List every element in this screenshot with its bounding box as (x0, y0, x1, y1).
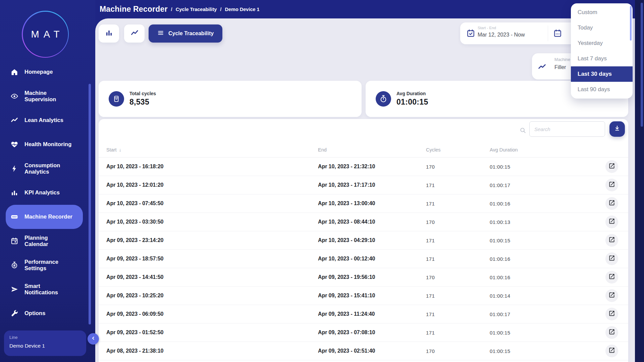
date-range-option-custom[interactable]: Custom (571, 5, 633, 20)
sidebar-item-consumption-analytics[interactable]: Consumption Analytics (6, 157, 83, 181)
cell-cycles: 171 (426, 330, 490, 336)
launch-icon (608, 163, 615, 171)
line-chart-icon (130, 28, 139, 39)
cell-start: Apr 09, 2023 - 14:41:50 (106, 274, 318, 280)
avg-duration-value: 01:00:15 (396, 98, 428, 107)
divider (548, 25, 548, 41)
cell-cycles: 171 (426, 311, 490, 317)
column-header-avg-duration[interactable]: Avg Duration (490, 147, 591, 153)
launch-icon (608, 236, 615, 244)
search-icon (519, 127, 527, 134)
column-header-start[interactable]: Start↓ (106, 147, 318, 153)
sidebar-collapse-button[interactable] (88, 333, 99, 345)
stopwatch-icon (376, 91, 391, 107)
line-chart-view-button[interactable] (124, 24, 145, 43)
date-range-option-today[interactable]: Today (571, 20, 633, 36)
sort-desc-icon: ↓ (119, 147, 121, 153)
cell-cycles: 171 (426, 293, 490, 299)
cell-end: Apr 10, 2023 - 04:29:10 (318, 237, 426, 243)
sidebar-scrollbar-thumb[interactable] (89, 84, 91, 324)
open-record-button[interactable] (605, 326, 618, 339)
cell-cycles: 171 (426, 201, 490, 206)
machine-filter-value: Filler (554, 64, 566, 70)
breadcrumb-separator: / (171, 6, 172, 12)
sidebar-item-machine-recorder[interactable]: Machine Recorder (6, 205, 83, 229)
recorder-icon (10, 213, 19, 221)
date-range-option-last-30-days[interactable]: Last 30 days (571, 66, 633, 82)
calendar-preset-icon[interactable] (553, 29, 562, 38)
cell-avg: 01:00:14 (490, 293, 591, 299)
table-header: Start↓ End Cycles Avg Duration (99, 142, 628, 158)
calendar-icon (10, 237, 19, 245)
cell-start: Apr 09, 2023 - 23:14:20 (106, 237, 318, 243)
column-header-end[interactable]: End (318, 147, 426, 153)
page-scrollbar[interactable] (635, 0, 644, 362)
date-range-picker[interactable]: Start - End Mar 12, 2023 - Now (460, 22, 578, 44)
cell-start: Apr 10, 2023 - 03:30:50 (106, 219, 318, 225)
table-row: Apr 10, 2023 - 03:30:50 Apr 10, 2023 - 0… (99, 213, 628, 231)
sidebar-item-planning-calendar[interactable]: Planning Calendar (6, 229, 83, 253)
cell-avg: 01:00:16 (490, 201, 591, 206)
cell-start: Apr 09, 2023 - 01:52:50 (106, 329, 318, 336)
sidebar-nav: Homepage Machine Supervision Lean Analyt… (0, 60, 95, 325)
table-row: Apr 10, 2023 - 12:01:20 Apr 10, 2023 - 1… (99, 176, 628, 194)
machine-filter-label: Machine (554, 57, 570, 62)
date-range-option-last-90-days[interactable]: Last 90 days (571, 82, 633, 97)
table-row: Apr 08, 2023 - 21:38:10 Apr 09, 2023 - 0… (99, 342, 628, 360)
sidebar-item-kpi-analytics[interactable]: KPI Analytics (6, 181, 83, 205)
sidebar-item-label: Options (24, 310, 45, 316)
cell-avg: 01:00:13 (490, 219, 591, 225)
sidebar-item-performance-settings[interactable]: Performance Settings (6, 253, 83, 277)
breadcrumb-item[interactable]: Demo Device 1 (225, 7, 259, 12)
open-record-button[interactable] (605, 197, 618, 210)
page-scrollbar-thumb[interactable] (641, 3, 643, 127)
column-header-cycles[interactable]: Cycles (426, 147, 490, 153)
cell-end: Apr 09, 2023 - 02:51:40 (318, 348, 426, 354)
open-record-button[interactable] (605, 216, 618, 228)
sidebar-item-homepage[interactable]: Homepage (6, 60, 83, 84)
open-record-button[interactable] (605, 234, 618, 247)
sidebar-item-health-monitoring[interactable]: Health Monitoring (6, 132, 83, 157)
cell-avg: 01:00:17 (490, 311, 591, 317)
open-record-button[interactable] (605, 271, 618, 284)
table-row: Apr 09, 2023 - 18:57:50 Apr 10, 2023 - 0… (99, 250, 628, 268)
cell-start: Apr 08, 2023 - 21:38:10 (106, 348, 318, 354)
open-record-button[interactable] (605, 345, 618, 357)
search-input[interactable] (529, 121, 605, 137)
sidebar-item-label: KPI Analytics (24, 189, 60, 196)
open-record-button[interactable] (605, 289, 618, 302)
page-title: Machine Recorder (100, 5, 168, 14)
cycle-traceability-button[interactable]: Cycle Traceability (149, 24, 222, 43)
sidebar-item-options[interactable]: Options (6, 301, 83, 325)
sidebar-item-machine-supervision[interactable]: Machine Supervision (6, 84, 83, 108)
bar-chart-icon (105, 28, 113, 39)
download-button[interactable] (609, 121, 625, 137)
date-range-dropdown: Custom Today Yesterday Last 7 days Last … (571, 3, 633, 99)
send-icon (10, 285, 19, 294)
selected-line-card[interactable]: Line Demo Device 1 (4, 330, 86, 356)
cell-start: Apr 09, 2023 - 18:57:50 (106, 256, 318, 262)
cell-cycles: 170 (426, 348, 490, 354)
open-record-button[interactable] (605, 308, 618, 320)
calendar-check-icon (466, 29, 475, 38)
app-root: Machine Recorder / Cycle Traceability / … (0, 0, 644, 362)
cell-avg: 01:00:15 (490, 330, 591, 336)
cell-cycles: 170 (426, 164, 490, 170)
dropdown-scrollbar-thumb[interactable] (630, 6, 632, 41)
breadcrumb-item[interactable]: Cycle Traceability (176, 7, 217, 12)
open-record-button[interactable] (605, 160, 618, 173)
open-record-button[interactable] (605, 252, 618, 265)
total-cycles-label: Total cycles (129, 91, 156, 96)
sidebar-item-lean-analytics[interactable]: Lean Analytics (6, 108, 83, 132)
open-record-button[interactable] (605, 179, 618, 191)
sidebar-item-label: Machine Supervision (24, 90, 56, 103)
mat-logo[interactable]: MAT (22, 11, 69, 58)
chevron-left-icon (91, 336, 96, 342)
launch-icon (608, 310, 615, 318)
cell-start: Apr 09, 2023 - 06:09:50 (106, 311, 318, 317)
bar-chart-view-button[interactable] (99, 24, 119, 43)
date-range-option-last-7-days[interactable]: Last 7 days (571, 51, 633, 66)
cell-cycles: 171 (426, 182, 490, 188)
sidebar-item-smart-notifications[interactable]: Smart Notifications (6, 277, 83, 301)
date-range-option-yesterday[interactable]: Yesterday (571, 36, 633, 51)
